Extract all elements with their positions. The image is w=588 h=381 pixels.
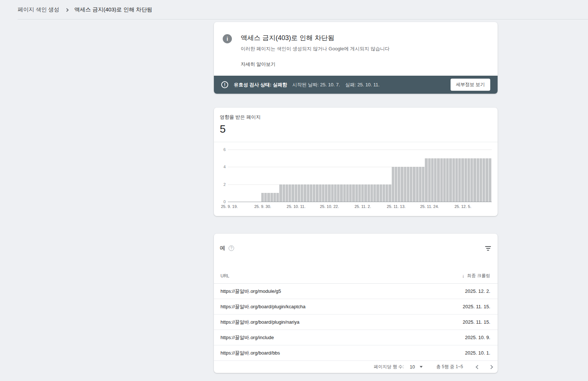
daily-bar xyxy=(334,184,337,202)
daily-bar xyxy=(483,158,485,202)
daily-bar xyxy=(331,184,334,202)
metric-block: 영향을 받은 페이지 5 xyxy=(214,108,498,142)
examples-title: 예 xyxy=(220,245,225,252)
daily-bar xyxy=(401,167,404,202)
daily-bar xyxy=(368,184,370,202)
daily-bar xyxy=(443,158,446,202)
daily-bar xyxy=(467,158,470,202)
daily-bar xyxy=(422,167,425,202)
daily-bar xyxy=(373,184,376,202)
daily-bar xyxy=(380,184,383,202)
daily-bar xyxy=(398,167,401,202)
daily-bar xyxy=(352,184,355,202)
column-header-last-crawled[interactable]: ↓ 최종 크롤링 xyxy=(462,273,490,279)
row-url[interactable]: https://꿀알바.org/include xyxy=(220,334,274,341)
previous-page-icon[interactable] xyxy=(476,365,480,369)
daily-bar xyxy=(286,184,288,202)
y-axis-tick-label: 2 xyxy=(219,182,226,187)
row-last-crawled: 2025. 10. 9. xyxy=(465,335,490,340)
table-pagination: 페이지당 행 수: 10 총 5행 중 1~5 xyxy=(214,361,498,373)
examples-header: 예 ? xyxy=(214,234,498,252)
see-details-button[interactable]: 세부정보 보기 xyxy=(451,79,490,91)
issue-texts: 액세스 금지(403)로 인해 차단됨 이러한 페이지는 색인이 생성되지 않거… xyxy=(241,33,390,68)
x-axis-tick-label: 25. 9. 30. xyxy=(254,204,271,209)
row-url[interactable]: https://꿀알바.org/module/g5 xyxy=(220,288,281,295)
issue-header: i 액세스 금지(403)로 인해 차단됨 이러한 페이지는 색인이 생성되지 … xyxy=(214,22,498,68)
daily-bar xyxy=(413,167,416,202)
examples-table-card: 예 ? URL ↓ 최종 크롤링 https://꿀알바.org/module/… xyxy=(214,234,498,373)
breadcrumb-current: 액세스 금지(403)로 인해 차단됨 xyxy=(74,6,153,13)
error-icon: ! xyxy=(221,81,228,88)
chart-bars xyxy=(228,150,492,202)
x-axis-tick-label: 25. 12. 5. xyxy=(455,204,472,209)
row-url[interactable]: https://꿀알바.org/board/bbs xyxy=(220,350,280,356)
pagination-range-label: 총 5행 중 1~5 xyxy=(436,364,463,370)
daily-bar xyxy=(383,184,386,202)
daily-bar xyxy=(376,184,379,202)
daily-bar xyxy=(358,184,361,202)
daily-bar xyxy=(288,184,291,202)
daily-bar xyxy=(364,184,367,202)
x-axis-tick-label: 25. 9. 19. xyxy=(221,204,238,209)
daily-bar xyxy=(489,158,492,202)
learn-more-link[interactable]: 자세히 알아보기 xyxy=(241,61,276,68)
content-column: i 액세스 금지(403)로 인해 차단됨 이러한 페이지는 색인이 생성되지 … xyxy=(214,22,498,373)
page-indexing-issue-page: 페이지 색인 생성 액세스 금지(403)로 인해 차단됨 i 액세스 금지(4… xyxy=(0,0,588,381)
daily-bar xyxy=(440,158,443,202)
column-header-last-crawled-label: 최종 크롤링 xyxy=(467,273,490,279)
rows-per-page-value: 10 xyxy=(410,364,415,370)
daily-bar xyxy=(291,184,294,202)
daily-bar xyxy=(452,158,455,202)
daily-bar xyxy=(404,167,407,202)
table-row[interactable]: https://꿀알바.org/module/g5 2025. 12. 2. xyxy=(214,284,498,299)
daily-bar xyxy=(355,184,358,202)
daily-bar xyxy=(261,193,264,202)
issue-subtitle: 이러한 페이지는 색인이 생성되지 않거나 Google에 게시되지 않습니다 xyxy=(241,46,390,52)
table-row[interactable]: https://꿀알바.org/board/plugin/kcaptcha 20… xyxy=(214,299,498,314)
x-axis-tick-label: 25. 11. 13. xyxy=(387,204,405,209)
daily-bar xyxy=(392,167,395,202)
x-axis-tick-label: 25. 11. 24. xyxy=(420,204,439,209)
daily-bar xyxy=(485,158,488,202)
daily-bar xyxy=(416,167,419,202)
daily-bar xyxy=(473,158,476,202)
table-row[interactable]: https://꿀알바.org/board/bbs 2025. 10. 1. xyxy=(214,345,498,361)
daily-bar xyxy=(343,184,346,202)
row-url[interactable]: https://꿀알바.org/board/plugin/nariya xyxy=(220,319,300,326)
row-last-crawled: 2025. 11. 15. xyxy=(463,319,490,325)
daily-bar xyxy=(370,184,373,202)
daily-bar xyxy=(386,184,388,202)
dropdown-arrow-icon xyxy=(420,366,423,368)
daily-bar xyxy=(346,184,349,202)
daily-bar xyxy=(449,158,452,202)
daily-bar xyxy=(279,184,282,202)
y-axis-tick-label: 0 xyxy=(219,200,226,204)
info-icon: i xyxy=(223,34,232,43)
daily-bar xyxy=(407,167,410,202)
affected-pages-chart-card: 영향을 받은 페이지 5 6420 25. 9. 19.25. 9. 30.25… xyxy=(214,108,498,216)
filter-icon[interactable] xyxy=(484,245,492,251)
help-icon[interactable]: ? xyxy=(229,245,234,251)
next-page-icon[interactable] xyxy=(489,365,493,369)
issue-title: 액세스 금지(403)로 인해 차단됨 xyxy=(241,33,390,43)
breadcrumb-parent-link[interactable]: 페이지 색인 생성 xyxy=(18,6,59,13)
daily-bar xyxy=(434,158,437,202)
table-column-headers: URL ↓ 최종 크롤링 xyxy=(214,268,498,284)
rows-per-page-select[interactable]: 10 xyxy=(410,364,423,370)
gridline xyxy=(228,202,492,202)
table-row[interactable]: https://꿀알바.org/include 2025. 10. 9. xyxy=(214,330,498,345)
daily-bar xyxy=(428,158,431,202)
daily-bar xyxy=(325,184,328,202)
row-url[interactable]: https://꿀알바.org/board/plugin/kcaptcha xyxy=(220,303,305,310)
daily-bar xyxy=(446,158,449,202)
daily-bar xyxy=(480,158,483,202)
column-header-url: URL xyxy=(220,273,229,278)
daily-bar xyxy=(458,158,461,202)
daily-bar xyxy=(264,193,267,202)
daily-bar xyxy=(316,184,319,202)
daily-bar xyxy=(319,184,322,202)
metric-value: 5 xyxy=(220,123,492,135)
table-row[interactable]: https://꿀알바.org/board/plugin/nariya 2025… xyxy=(214,314,498,330)
daily-bar xyxy=(361,184,364,202)
sort-descending-icon: ↓ xyxy=(462,273,465,278)
